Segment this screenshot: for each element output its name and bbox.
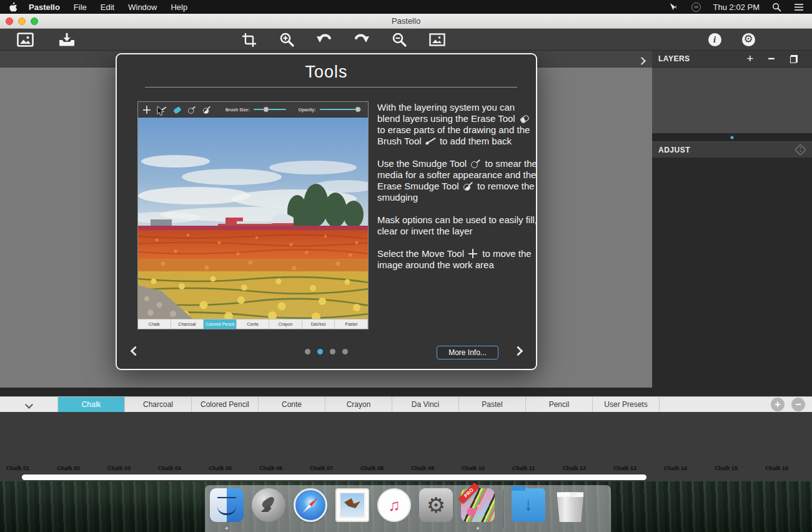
info-button[interactable]: i (704, 31, 725, 48)
pastello-dock-icon[interactable]: PRO (461, 488, 495, 522)
apple-menu[interactable] (9, 2, 17, 12)
spotlight-search-icon[interactable] (771, 1, 782, 13)
thumbnail-label: Chalk 14 (664, 465, 687, 471)
menu-item[interactable]: Window (128, 3, 157, 12)
pointer-utility-icon[interactable] (668, 1, 680, 13)
chalk-10-thumbnail[interactable]: Chalk 10 (462, 415, 503, 473)
chalk-12-thumbnail[interactable]: Chalk 12 (563, 415, 604, 473)
chalk-06-thumbnail[interactable]: Chalk 06 (259, 415, 300, 473)
open-image-button[interactable] (14, 31, 36, 48)
settings-button[interactable]: ⚙ (738, 31, 759, 48)
preset-tabs: ChalkCharcoalColored PencilConteCrayonDa… (58, 397, 660, 412)
chalk-01-thumbnail[interactable]: Chalk 01 (6, 415, 47, 473)
trash-dock-icon[interactable] (553, 488, 587, 522)
chalk-09-thumbnail[interactable]: Chalk 09 (411, 415, 452, 473)
tulip-field-painting (138, 118, 369, 320)
screenshot-media-tabs: ChalkCharcoalColored PencilConteCrayonDa… (138, 319, 368, 329)
chalk-07-thumbnail[interactable]: Chalk 07 (310, 415, 351, 473)
redo-button[interactable] (351, 31, 372, 48)
thumbnail-label: Chalk 07 (310, 465, 333, 471)
instruction-paragraph: Use the Smudge Tool to smear the media f… (377, 158, 538, 203)
chalk-05-thumbnail[interactable]: Chalk 05 (209, 415, 250, 473)
opacity-slider (320, 109, 361, 110)
chalk-14-thumbnail[interactable]: Chalk 14 (664, 415, 705, 473)
downloads-dock-icon[interactable] (512, 488, 545, 522)
chalk-13-thumbnail[interactable]: Chalk 13 (613, 415, 655, 473)
menu-items: FileEditWindowHelp (74, 3, 201, 12)
apple-icon (9, 2, 17, 12)
undo-button[interactable] (314, 31, 335, 48)
menu-clock[interactable]: Thu 2:02 PM (713, 3, 760, 12)
finder-dock-icon[interactable] (210, 488, 244, 522)
charcoal-screenshot-tab: Charcoal (171, 319, 204, 329)
page-dot[interactable] (317, 349, 323, 354)
pastel-preset-tab[interactable]: Pastel (459, 397, 526, 412)
chalk-16-thumbnail[interactable]: Chalk 16 (765, 415, 806, 473)
page-dot[interactable] (342, 349, 348, 354)
tutorial-screenshot: Brush Size: Opacity: Mask: Fi (137, 101, 369, 329)
image-size-button[interactable] (427, 31, 448, 48)
chalk-15-thumbnail[interactable]: Chalk 15 (715, 415, 756, 473)
pencil-preset-tab[interactable]: Pencil (526, 397, 593, 412)
menu-app-name[interactable]: Pastello (29, 3, 60, 12)
charcoal-preset-tab[interactable]: Charcoal (125, 397, 192, 412)
preset-tab-bar: ChalkCharcoalColored PencilConteCrayonDa… (0, 396, 812, 412)
safari-dock-icon[interactable] (294, 488, 327, 522)
erase-smudge-tool-icon (463, 181, 473, 191)
chalk-11-thumbnail[interactable]: Chalk 11 (512, 415, 553, 473)
panel-collapse-chevron[interactable] (639, 55, 648, 64)
thumbnail-scrollbar[interactable] (22, 474, 646, 480)
duplicate-layer-button[interactable] (786, 53, 802, 65)
more-info-button[interactable]: More Info... (437, 346, 498, 359)
desktop-wallpaper: PRO (0, 481, 812, 532)
colored-pencil-preset-tab[interactable]: Colored Pencil (192, 397, 259, 412)
erase-tool-icon (172, 106, 181, 114)
zoom-out-button[interactable] (389, 31, 410, 48)
modal-title: Tools (117, 63, 536, 82)
page-dot[interactable] (330, 349, 335, 354)
user-presets-preset-tab[interactable]: User Presets (593, 397, 660, 412)
chalk-02-thumbnail[interactable]: Chalk 02 (57, 415, 98, 473)
page-dot[interactable] (305, 349, 310, 354)
brush-size-label: Brush Size: (225, 108, 250, 112)
add-layer-button[interactable]: + (742, 53, 758, 65)
dock-separator (503, 489, 503, 528)
menu-item[interactable]: File (74, 3, 87, 12)
mail-dock-icon[interactable] (335, 488, 369, 522)
remove-layer-button[interactable]: − (763, 53, 780, 65)
add-preset-button[interactable]: + (771, 398, 785, 411)
thumbnail-label: Chalk 08 (360, 465, 384, 471)
collapse-presets-chevron[interactable] (0, 397, 58, 412)
thumbnail-label: Chalk 10 (462, 465, 485, 471)
menu-item[interactable]: Edit (101, 3, 114, 12)
itunes-dock-icon[interactable] (377, 488, 411, 522)
conte-preset-tab[interactable]: Conte (259, 397, 325, 412)
instruction-paragraph: Mask options can be used to easily fill,… (377, 214, 538, 237)
notification-center-icon[interactable] (793, 1, 805, 13)
next-page-chevron[interactable] (508, 343, 527, 359)
zoom-in-button[interactable] (276, 31, 297, 48)
prefs-dock-icon[interactable] (419, 488, 453, 522)
app-toolbar: i ⚙ (0, 29, 812, 51)
chalk-08-thumbnail[interactable]: Chalk 08 (360, 415, 402, 473)
chalk-03-thumbnail[interactable]: Chalk 03 (107, 415, 149, 473)
chalk-04-thumbnail[interactable]: Chalk 04 (158, 415, 199, 473)
layers-title: LAYERS (658, 54, 690, 63)
launchpad-dock-icon[interactable] (252, 488, 285, 522)
opacity-knob (355, 107, 360, 113)
crop-tool-button[interactable] (239, 31, 260, 48)
crayon-preset-tab[interactable]: Crayon (325, 397, 392, 412)
import-export-button[interactable] (56, 31, 77, 48)
creative-cloud-icon[interactable]: ∞ (691, 1, 702, 13)
menu-item[interactable]: Help (171, 3, 187, 12)
layers-list[interactable] (652, 68, 812, 133)
chalk-preset-tab[interactable]: Chalk (58, 397, 125, 412)
move-tool-icon (468, 249, 478, 258)
panel-divider[interactable] (652, 133, 812, 141)
right-panel: LAYERS + − ADJUST (652, 51, 812, 396)
da-vinci-preset-tab[interactable]: Da Vinci (392, 397, 459, 412)
adjust-randomize-icon[interactable] (795, 144, 806, 155)
work-area: Tools Brush Size: (0, 51, 652, 396)
remove-preset-button[interactable]: − (791, 398, 805, 411)
instruction-paragraph: With the layering system you can blend l… (377, 102, 538, 147)
